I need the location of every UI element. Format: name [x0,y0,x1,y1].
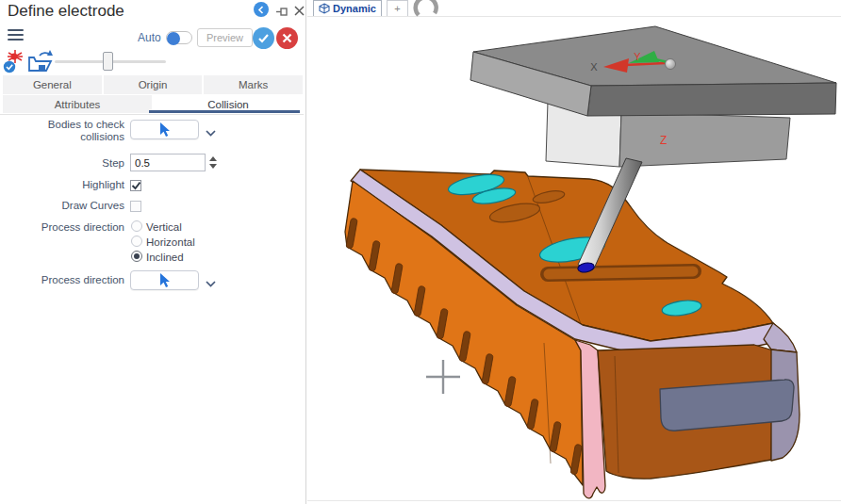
process-direction2-label: Process direction [0,274,124,285]
step-spinner[interactable] [209,154,219,171]
tab-row-1: General Origin Marks [3,75,303,94]
menu-icon[interactable] [8,29,24,41]
bodies-label-line2: collisions [0,131,124,142]
close-icon[interactable] [294,3,305,20]
radio-vertical-label[interactable]: Vertical [146,221,182,233]
spin-up-icon[interactable] [209,156,217,161]
step-label: Step [0,157,124,169]
auto-toggle[interactable] [166,31,192,44]
cad-scene[interactable]: Z X Y [307,0,841,504]
radio-inclined-label[interactable]: Inclined [146,252,184,263]
auto-label: Auto [138,31,161,44]
cursor-arrow-icon [159,273,170,287]
radio-vertical[interactable] [131,220,142,232]
axis-z-label: Z [660,134,667,147]
holder-plate[interactable] [470,26,836,116]
process-direction-label: Process direction [0,221,124,233]
origin-sphere [666,59,676,70]
spin-down-icon[interactable] [209,164,217,169]
slot-groove [548,271,694,274]
divider [0,114,304,115]
active-tab-underline [149,110,300,113]
tab-general[interactable]: General [3,75,102,94]
draw-curves-checkbox[interactable] [130,201,141,212]
cursor-arrow-icon [159,122,170,137]
tab-marks[interactable]: Marks [204,75,303,94]
bodies-label-line1: Bodies to check [0,119,124,130]
workpiece-body[interactable] [345,170,800,498]
spinner-arc-icon [416,0,437,15]
radio-horizontal-label[interactable]: Horizontal [146,236,195,248]
axis-y-label: Y [634,51,641,62]
check-icon [131,181,140,190]
draw-curves-label: Draw Curves [0,200,124,211]
bodies-expand-chevron[interactable] [205,124,217,141]
slider-handle[interactable] [103,52,113,71]
radio-horizontal[interactable] [131,236,142,247]
radio-inclined[interactable] [131,251,142,262]
tab-attributes[interactable]: Attributes [3,95,152,113]
open-folder-reload-icon[interactable] [27,49,53,77]
preview-button[interactable]: Preview [197,28,253,47]
application-window: Define electrode Auto Preview [0,0,841,504]
tab-origin[interactable]: Origin [104,75,203,94]
panel-title: Define electrode [8,2,124,21]
ok-button[interactable] [253,27,274,49]
bodies-pick-button[interactable] [130,120,199,139]
process-direction-expand-chevron[interactable] [205,275,217,292]
wand-check-icon[interactable] [3,49,26,77]
highlight-label: Highlight [0,179,124,190]
step-input[interactable] [130,154,206,171]
viewport-3d[interactable]: Dynamic + Z [307,0,841,504]
pin-icon[interactable] [276,4,289,21]
define-electrode-panel: Define electrode Auto Preview [0,0,306,504]
collapse-chevron-icon[interactable] [254,2,269,17]
crosshair-cursor [426,360,460,394]
process-direction-pick-button[interactable] [130,270,199,290]
axis-x-label: X [590,61,598,73]
highlight-checkbox[interactable] [130,180,141,191]
cancel-button[interactable] [276,27,298,49]
